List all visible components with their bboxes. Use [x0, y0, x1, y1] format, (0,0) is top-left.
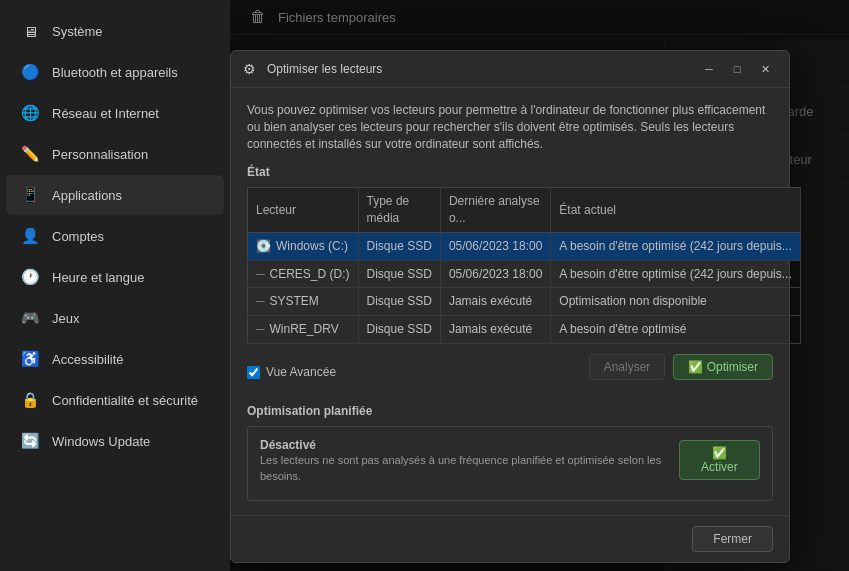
drive-type: Disque SSD [358, 288, 440, 316]
sidebar-item-bluetooth[interactable]: 🔵 Bluetooth et appareils [6, 52, 224, 92]
table-row[interactable]: ─ SYSTEM Disque SSD Jamais exécuté Optim… [248, 288, 801, 316]
sidebar-item-perso[interactable]: ✏️ Personnalisation [6, 134, 224, 174]
dialog-app-icon: ⚙ [243, 61, 259, 77]
sidebar-item-comptes[interactable]: 👤 Comptes [6, 216, 224, 256]
dialog-description: Vous pouvez optimiser vos lecteurs pour … [247, 102, 773, 152]
drive-name: ─ WinRE_DRV [248, 316, 359, 344]
analyser-button[interactable]: Analyser [589, 354, 666, 380]
sidebar-item-windows-update[interactable]: 🔄 Windows Update [6, 421, 224, 461]
sidebar-item-applications[interactable]: 📱 Applications [6, 175, 224, 215]
drive-icon: ─ WinRE_DRV [256, 321, 339, 338]
drive-last-scan: 05/06/2023 18:00 [440, 232, 550, 260]
dialog-window-controls: ─ □ ✕ [697, 59, 777, 79]
sidebar-item-label: Système [52, 24, 103, 39]
drive-status: A besoin d'être optimisé [551, 316, 800, 344]
drive-name: ─ SYSTEM [248, 288, 359, 316]
action-buttons-row: Analyser ✅ Optimiser [589, 354, 773, 380]
drive-status: A besoin d'être optimisé (242 jours depu… [551, 232, 800, 260]
drive-last-scan: Jamais exécuté [440, 316, 550, 344]
drive-table: Lecteur Type de média Dernière analyse o… [247, 187, 801, 344]
scheduled-section-title: Optimisation planifiée [247, 403, 773, 420]
drive-last-scan: 05/06/2023 18:00 [440, 260, 550, 288]
sidebar-item-label: Comptes [52, 229, 104, 244]
col-status: État actuel [551, 188, 800, 233]
drive-status: A besoin d'être optimisé (242 jours depu… [551, 260, 800, 288]
drive-name: ─ CERES_D (D:) [248, 260, 359, 288]
scheduled-header: Désactivé Les lecteurs ne sont pas analy… [260, 437, 760, 485]
modal-overlay: ⚙ Optimiser les lecteurs ─ □ ✕ Vous pouv… [230, 0, 849, 571]
heure-icon: 🕐 [20, 267, 40, 287]
vue-avancee-row: Vue Avancée [247, 364, 336, 381]
close-button[interactable]: ✕ [753, 59, 777, 79]
comptes-icon: 👤 [20, 226, 40, 246]
table-row[interactable]: 💽 Windows (C:) Disque SSD 05/06/2023 18:… [248, 232, 801, 260]
sidebar: 🖥 Système 🔵 Bluetooth et appareils 🌐 Rés… [0, 0, 230, 571]
dialog-body: Vous pouvez optimiser vos lecteurs pour … [231, 88, 789, 515]
drive-type: Disque SSD [358, 232, 440, 260]
sidebar-item-confidentialite[interactable]: 🔒 Confidentialité et sécurité [6, 380, 224, 420]
drive-icon: ─ SYSTEM [256, 293, 319, 310]
sidebar-item-label: Bluetooth et appareils [52, 65, 178, 80]
systeme-icon: 🖥 [20, 21, 40, 41]
right-panel: 🗑 Fichiers temporaires temporaire Option… [230, 0, 849, 571]
sidebar-item-jeux[interactable]: 🎮 Jeux [6, 298, 224, 338]
windows-update-icon: 🔄 [20, 431, 40, 451]
scheduled-status-title: Désactivé Les lecteurs ne sont pas analy… [260, 437, 679, 485]
drive-last-scan: Jamais exécuté [440, 288, 550, 316]
drive-type: Disque SSD [358, 316, 440, 344]
section-etat-title: État [247, 164, 773, 181]
drive-icon: ─ CERES_D (D:) [256, 266, 350, 283]
sidebar-item-label: Applications [52, 188, 122, 203]
minimize-button[interactable]: ─ [697, 59, 721, 79]
sidebar-item-systeme[interactable]: 🖥 Système [6, 11, 224, 51]
sidebar-item-label: Confidentialité et sécurité [52, 393, 198, 408]
dialog-footer: Fermer [231, 515, 789, 562]
reseau-icon: 🌐 [20, 103, 40, 123]
sidebar-item-heure[interactable]: 🕐 Heure et langue [6, 257, 224, 297]
sidebar-item-label: Accessibilité [52, 352, 124, 367]
fermer-button[interactable]: Fermer [692, 526, 773, 552]
sidebar-item-label: Heure et langue [52, 270, 145, 285]
drive-icon: 💽 Windows (C:) [256, 238, 348, 255]
vue-avancee-label: Vue Avancée [266, 364, 336, 381]
optimiser-button[interactable]: ✅ Optimiser [673, 354, 773, 380]
applications-icon: 📱 [20, 185, 40, 205]
col-lecteur: Lecteur [248, 188, 359, 233]
drive-name: 💽 Windows (C:) [248, 232, 359, 260]
col-last-scan: Dernière analyse o... [440, 188, 550, 233]
perso-icon: ✏️ [20, 144, 40, 164]
activer-button[interactable]: ✅ Activer [679, 440, 760, 480]
dialog-titlebar: ⚙ Optimiser les lecteurs ─ □ ✕ [231, 51, 789, 88]
drive-status: Optimisation non disponible [551, 288, 800, 316]
optimiser-lecteurs-dialog: ⚙ Optimiser les lecteurs ─ □ ✕ Vous pouv… [230, 50, 790, 563]
col-type: Type de média [358, 188, 440, 233]
scheduled-section: Désactivé Les lecteurs ne sont pas analy… [247, 426, 773, 502]
dialog-title: Optimiser les lecteurs [267, 62, 697, 76]
sidebar-item-label: Jeux [52, 311, 79, 326]
table-row[interactable]: ─ CERES_D (D:) Disque SSD 05/06/2023 18:… [248, 260, 801, 288]
sidebar-item-label: Personnalisation [52, 147, 148, 162]
vue-avancee-checkbox[interactable] [247, 366, 260, 379]
scheduled-status: Désactivé [260, 437, 679, 454]
sidebar-item-label: Windows Update [52, 434, 150, 449]
scheduled-desc: Les lecteurs ne sont pas analysés à une … [260, 453, 679, 484]
sidebar-item-label: Réseau et Internet [52, 106, 159, 121]
confidentialite-icon: 🔒 [20, 390, 40, 410]
sidebar-item-reseau[interactable]: 🌐 Réseau et Internet [6, 93, 224, 133]
table-row[interactable]: ─ WinRE_DRV Disque SSD Jamais exécuté A … [248, 316, 801, 344]
maximize-button[interactable]: □ [725, 59, 749, 79]
sidebar-item-accessibilite[interactable]: ♿ Accessibilité [6, 339, 224, 379]
drive-type: Disque SSD [358, 260, 440, 288]
bluetooth-icon: 🔵 [20, 62, 40, 82]
jeux-icon: 🎮 [20, 308, 40, 328]
accessibilite-icon: ♿ [20, 349, 40, 369]
